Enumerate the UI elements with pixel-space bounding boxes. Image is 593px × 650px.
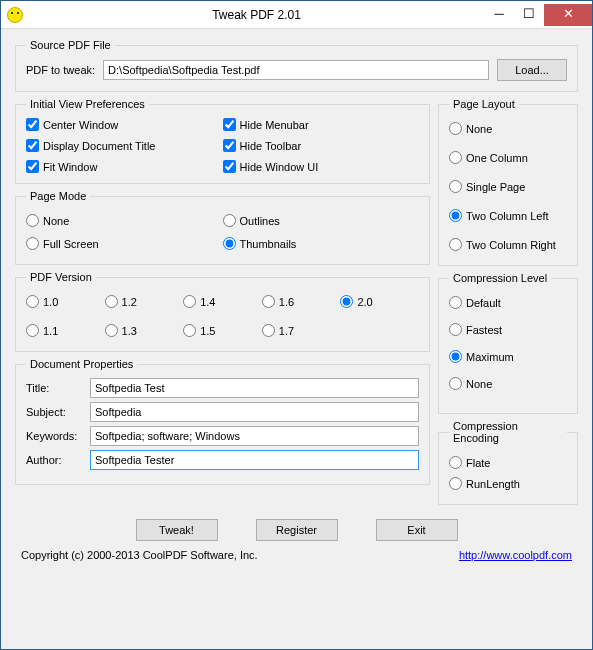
compression-encoding-item: RunLength <box>449 477 567 490</box>
compression-level-label: None <box>466 378 492 390</box>
source-pdf-group: Source PDF File PDF to tweak: Load... <box>15 39 578 92</box>
page-mode-item: Outlines <box>223 214 420 227</box>
pdf-version-item: 1.0 <box>26 295 105 308</box>
initial-view-label: Fit Window <box>43 161 97 173</box>
compression-level-radio[interactable] <box>449 323 462 336</box>
website-link[interactable]: http://www.coolpdf.com <box>459 549 572 561</box>
compression-level-radio[interactable] <box>449 350 462 363</box>
pdf-version-label: 1.3 <box>122 325 137 337</box>
page-layout-item: Two Column Left <box>449 209 567 222</box>
tweak-button[interactable]: Tweak! <box>136 519 218 541</box>
compression-encoding-group: Compression Encoding FlateRunLength <box>438 420 578 505</box>
titlebar: Tweak PDF 2.01 ─ ☐ ✕ <box>1 1 592 29</box>
page-mode-radio[interactable] <box>26 214 39 227</box>
compression-encoding-legend: Compression Encoding <box>449 420 567 444</box>
compression-encoding-label: RunLength <box>466 478 520 490</box>
copyright-text: Copyright (c) 2000-2013 CoolPDF Software… <box>21 549 258 561</box>
initial-view-checkbox[interactable] <box>26 160 39 173</box>
initial-view-item: Hide Menubar <box>223 118 420 131</box>
footer: Copyright (c) 2000-2013 CoolPDF Software… <box>15 549 578 561</box>
smiley-icon <box>7 7 23 23</box>
page-layout-label: Two Column Right <box>466 239 556 251</box>
pdf-version-label: 1.5 <box>200 325 215 337</box>
initial-view-label: Center Window <box>43 119 118 131</box>
pdf-version-legend: PDF Version <box>26 271 96 283</box>
initial-view-checkbox[interactable] <box>223 118 236 131</box>
page-mode-label: Thumbnails <box>240 238 297 250</box>
compression-level-label: Maximum <box>466 351 514 363</box>
page-mode-label: Full Screen <box>43 238 99 250</box>
page-layout-radio[interactable] <box>449 238 462 251</box>
compression-encoding-radio[interactable] <box>449 477 462 490</box>
page-mode-radio[interactable] <box>223 237 236 250</box>
compression-level-label: Default <box>466 297 501 309</box>
page-mode-legend: Page Mode <box>26 190 90 202</box>
doc-props-legend: Document Properties <box>26 358 137 370</box>
load-button[interactable]: Load... <box>497 59 567 81</box>
pdf-version-label: 1.6 <box>279 296 294 308</box>
page-layout-label: None <box>466 123 492 135</box>
pdf-version-label: 1.7 <box>279 325 294 337</box>
pdf-version-radio[interactable] <box>262 324 275 337</box>
pdf-version-label: 2.0 <box>357 296 372 308</box>
page-layout-radio[interactable] <box>449 122 462 135</box>
compression-level-legend: Compression Level <box>449 272 551 284</box>
minimize-button[interactable]: ─ <box>484 4 514 26</box>
pdf-version-radio[interactable] <box>26 295 39 308</box>
initial-view-item: Hide Window UI <box>223 160 420 173</box>
page-layout-radio[interactable] <box>449 180 462 193</box>
initial-view-label: Hide Window UI <box>240 161 319 173</box>
maximize-button[interactable]: ☐ <box>514 4 544 26</box>
pdf-version-item: 1.1 <box>26 324 105 337</box>
pdf-version-radio[interactable] <box>105 324 118 337</box>
register-button[interactable]: Register <box>256 519 338 541</box>
exit-button[interactable]: Exit <box>376 519 458 541</box>
compression-level-item: None <box>449 377 567 390</box>
subject-input[interactable] <box>90 402 419 422</box>
initial-view-checkbox[interactable] <box>223 139 236 152</box>
pdf-to-tweak-label: PDF to tweak: <box>26 64 95 76</box>
compression-level-item: Maximum <box>449 350 567 363</box>
pdf-version-radio[interactable] <box>262 295 275 308</box>
keywords-input[interactable] <box>90 426 419 446</box>
pdf-version-item: 1.3 <box>105 324 184 337</box>
compression-level-radio[interactable] <box>449 296 462 309</box>
close-button[interactable]: ✕ <box>544 4 592 26</box>
pdf-version-item: 1.2 <box>105 295 184 308</box>
compression-level-radio[interactable] <box>449 377 462 390</box>
window-controls: ─ ☐ ✕ <box>484 4 592 26</box>
author-input[interactable] <box>90 450 419 470</box>
pdf-version-label: 1.1 <box>43 325 58 337</box>
page-layout-legend: Page Layout <box>449 98 519 110</box>
compression-level-label: Fastest <box>466 324 502 336</box>
page-mode-item: Full Screen <box>26 237 223 250</box>
pdf-path-input[interactable] <box>103 60 489 80</box>
pdf-version-label: 1.4 <box>200 296 215 308</box>
page-mode-radio[interactable] <box>26 237 39 250</box>
page-layout-radio[interactable] <box>449 209 462 222</box>
page-layout-label: One Column <box>466 152 528 164</box>
source-pdf-legend: Source PDF File <box>26 39 115 51</box>
pdf-version-radio[interactable] <box>183 295 196 308</box>
pdf-version-radio[interactable] <box>183 324 196 337</box>
initial-view-checkbox[interactable] <box>223 160 236 173</box>
page-layout-radio[interactable] <box>449 151 462 164</box>
pdf-version-radio[interactable] <box>26 324 39 337</box>
compression-encoding-radio[interactable] <box>449 456 462 469</box>
author-label: Author: <box>26 454 82 466</box>
page-mode-radio[interactable] <box>223 214 236 227</box>
page-mode-group: Page Mode NoneOutlinesFull ScreenThumbna… <box>15 190 430 265</box>
compression-level-item: Default <box>449 296 567 309</box>
initial-view-legend: Initial View Preferences <box>26 98 149 110</box>
pdf-version-item: 1.5 <box>183 324 262 337</box>
initial-view-checkbox[interactable] <box>26 118 39 131</box>
title-input[interactable] <box>90 378 419 398</box>
initial-view-checkbox[interactable] <box>26 139 39 152</box>
initial-view-label: Display Document Title <box>43 140 156 152</box>
page-layout-item: None <box>449 122 567 135</box>
pdf-version-label: 1.0 <box>43 296 58 308</box>
compression-encoding-label: Flate <box>466 457 490 469</box>
pdf-version-radio[interactable] <box>105 295 118 308</box>
pdf-version-radio[interactable] <box>340 295 353 308</box>
pdf-version-item: 1.4 <box>183 295 262 308</box>
